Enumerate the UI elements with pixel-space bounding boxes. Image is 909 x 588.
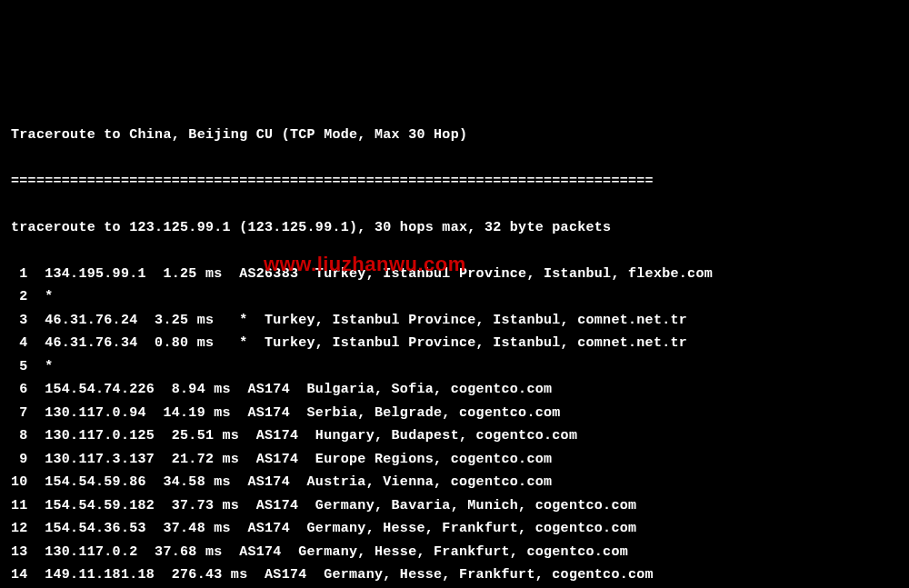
- hop-line: 7 130.117.0.94 14.19 ms AS174 Serbia, Be…: [11, 402, 898, 425]
- hop-line: 9 130.117.3.137 21.72 ms AS174 Europe Re…: [11, 448, 898, 472]
- hop-line: 11 154.54.59.182 37.73 ms AS174 Germany,…: [11, 494, 898, 518]
- hop-line: 3 46.31.76.24 3.25 ms * Turkey, Istanbul…: [11, 309, 898, 333]
- traceroute-header: Traceroute to China, Beijing CU (TCP Mod…: [11, 124, 898, 147]
- terminal-output: Traceroute to China, Beijing CU (TCP Mod…: [11, 100, 898, 588]
- hop-line: 14 149.11.181.18 276.43 ms AS174 Germany…: [11, 563, 898, 587]
- hop-line: 8 130.117.0.125 25.51 ms AS174 Hungary, …: [11, 424, 898, 448]
- hop-line: 4 46.31.76.34 0.80 ms * Turkey, Istanbul…: [11, 332, 898, 355]
- hop-line: 12 154.54.36.53 37.48 ms AS174 Germany, …: [11, 517, 898, 541]
- hop-line: 6 154.54.74.226 8.94 ms AS174 Bulgaria, …: [11, 378, 898, 402]
- hop-line: 2 *: [11, 285, 898, 309]
- hop-line: 5 *: [11, 355, 898, 379]
- hops-list: 1 134.195.99.1 1.25 ms AS26383 Turkey, I…: [11, 263, 898, 589]
- hop-line: 1 134.195.99.1 1.25 ms AS26383 Turkey, I…: [11, 263, 898, 286]
- hop-line: 13 130.117.0.2 37.68 ms AS174 Germany, H…: [11, 541, 898, 564]
- hop-line: 10 154.54.59.86 34.58 ms AS174 Austria, …: [11, 471, 898, 494]
- divider-line: ========================================…: [11, 170, 898, 194]
- traceroute-subheader: traceroute to 123.125.99.1 (123.125.99.1…: [11, 216, 898, 240]
